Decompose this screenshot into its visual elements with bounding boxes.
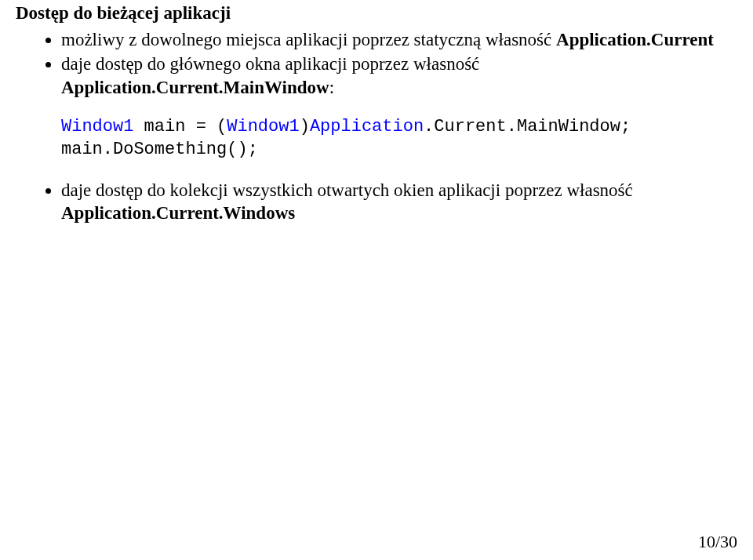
- code-text: ): [300, 117, 310, 136]
- bullet-bold: Application.Current: [556, 30, 714, 49]
- code-type: Window1: [61, 117, 133, 136]
- code-block: Window1 main = (Window1)Application.Curr…: [61, 116, 737, 161]
- list-item: możliwy z dowolnego miejsca aplikacji po…: [61, 28, 737, 51]
- code-text: main = (: [133, 117, 227, 136]
- list-item: daje dostęp do kolekcji wszystkich otwar…: [61, 179, 737, 225]
- bullet-text: daje dostęp do głównego okna aplikacji p…: [61, 54, 479, 74]
- page-title: Dostęp do bieżącej aplikacji: [16, 3, 737, 24]
- bullet-text: :: [329, 78, 334, 97]
- bullet-text: możliwy z dowolnego miejsca aplikacji po…: [61, 30, 556, 49]
- bullet-bold: Application.Current.Windows: [61, 203, 295, 223]
- code-type: Application: [310, 117, 424, 136]
- page-number: 10/30: [698, 532, 737, 552]
- code-type: Window1: [227, 117, 299, 136]
- bullet-bold: Application.Current.MainWindow: [61, 78, 329, 97]
- code-text: main.DoSomething();: [61, 140, 258, 159]
- list-item: daje dostęp do głównego okna aplikacji p…: [61, 53, 737, 161]
- code-text: .Current.MainWindow;: [424, 117, 631, 136]
- bullet-list: możliwy z dowolnego miejsca aplikacji po…: [16, 28, 737, 224]
- document-page: Dostęp do bieżącej aplikacji możliwy z d…: [0, 0, 753, 560]
- bullet-text: daje dostęp do kolekcji wszystkich otwar…: [61, 180, 633, 200]
